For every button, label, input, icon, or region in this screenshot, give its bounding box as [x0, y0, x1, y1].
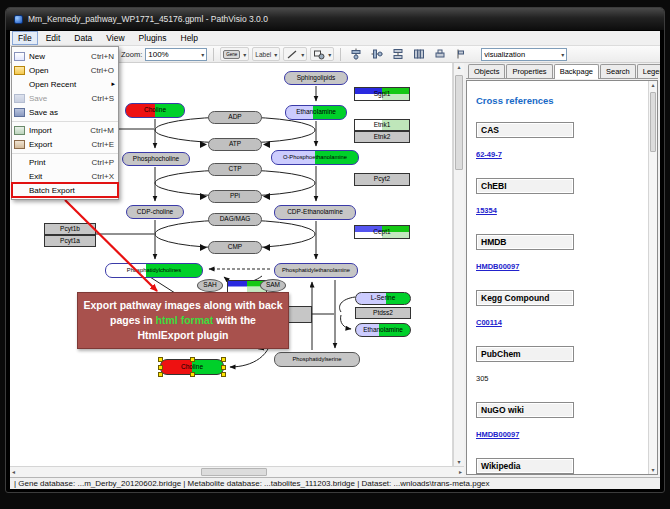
save-as-icon [14, 108, 25, 117]
visualization-value: visualization [484, 50, 525, 59]
file-menu-item-open[interactable]: Open Ctrl+O [12, 63, 118, 77]
scroll-left-icon[interactable]: ◂ [10, 468, 17, 476]
file-menu-item-save-as[interactable]: Save as [12, 105, 118, 119]
gene-node-icon: Gene [223, 50, 240, 59]
xref-source-header: PubChem [476, 346, 574, 362]
chevron-down-icon: ▾ [274, 51, 277, 58]
xref-value-link[interactable]: HMDB00097 [476, 262, 519, 271]
xref-section-hmdb: HMDB HMDB00097 [476, 234, 641, 273]
tab-legend[interactable]: Legend [637, 64, 660, 78]
file-menu-item-print[interactable]: Print Ctrl+P [12, 155, 118, 169]
side-panel-tabs: ObjectsPropertiesBackpageSearchLegend [466, 64, 658, 79]
scroll-down-icon[interactable]: ▾ [455, 458, 462, 466]
xref-value-link[interactable]: 15354 [476, 206, 497, 215]
menu-help[interactable]: Help [175, 31, 204, 45]
xref-value-link[interactable]: 62-49-7 [476, 150, 502, 159]
toolbar-separator [340, 48, 341, 61]
align-center-y-button[interactable] [368, 47, 386, 61]
panel-scroll-thumb[interactable] [650, 92, 656, 152]
window-client-area: FileEditDataViewPluginsHelp Zoom: 100% ▾… [10, 31, 660, 489]
xref-source-header: NuGO wiki [476, 402, 574, 418]
app-window: Mm_Kennedy_pathway_WP1771_45176.gpml - P… [5, 7, 665, 493]
chevron-down-icon: ▾ [328, 51, 331, 58]
menu-edit[interactable]: Edit [40, 31, 67, 45]
window-title: Mm_Kennedy_pathway_WP1771_45176.gpml - P… [28, 14, 268, 24]
menu-data[interactable]: Data [68, 31, 98, 45]
file-menu-item-export[interactable]: Export Ctrl+E [12, 137, 118, 151]
common-size-button[interactable] [431, 47, 449, 61]
file-menu-item-import[interactable]: Import Ctrl+M [12, 123, 118, 137]
status-bar: | Gene database: ...m_Derby_20120602.bri… [10, 477, 660, 489]
file-menu-item-save[interactable]: Save Ctrl+S [12, 91, 118, 105]
label-tool[interactable]: Label ▾ [252, 47, 280, 61]
label-tool-text: Label [255, 51, 271, 58]
canvas-horizontal-scrollbar[interactable]: ◂ ▸ [10, 466, 464, 477]
stack-horizontal-icon [413, 48, 425, 60]
toolbar-separator [213, 48, 214, 61]
common-size-icon [434, 48, 446, 60]
file-menu-item-new[interactable]: New Ctrl+N [12, 49, 118, 63]
stack-vertical-button[interactable] [389, 47, 407, 61]
xref-section-cas: CAS 62-49-7 [476, 122, 641, 161]
xref-source-header: HMDB [476, 234, 574, 250]
xref-source-header: CAS [476, 122, 574, 138]
xref-source-header: Wikipedia [476, 458, 574, 474]
align-edge-button[interactable] [452, 47, 470, 61]
menu-file[interactable]: File [12, 31, 38, 45]
cross-references-heading: Cross references [476, 95, 641, 106]
xref-section-wikipedia: Wikipedia Choline [476, 458, 641, 475]
file-menu-item-batch-export[interactable]: Batch Export [12, 183, 118, 197]
menu-plugins[interactable]: Plugins [133, 31, 173, 45]
xref-section-chebi: ChEBI 15354 [476, 178, 641, 217]
panel-scrollbar[interactable]: ▴ ▾ [648, 81, 657, 474]
align-center-y-icon [371, 48, 383, 60]
zoom-label: Zoom: [121, 50, 142, 59]
gene-node-tool[interactable]: Gene ▾ [220, 47, 249, 61]
xref-section-nugo-wiki: NuGO wiki HMDB00097 [476, 402, 641, 441]
zoom-combobox[interactable]: 100% ▾ [145, 48, 207, 61]
scroll-up-icon[interactable]: ▴ [649, 81, 656, 89]
xref-source-header: Kegg Compound [476, 290, 574, 306]
zoom-value: 100% [148, 50, 168, 59]
shape-icon [313, 49, 325, 60]
align-edge-icon [455, 48, 467, 60]
xref-value-link[interactable]: 305 [476, 374, 489, 383]
chevron-down-icon: ▾ [561, 51, 564, 58]
backpage-panel: Cross references CAS 62-49-7 ChEBI 15354… [466, 80, 658, 475]
save-icon [14, 94, 25, 103]
line-tool[interactable]: ▾ [283, 47, 307, 61]
vertical-scroll-thumb[interactable] [455, 75, 463, 170]
tab-backpage[interactable]: Backpage [554, 64, 599, 79]
side-panel: ObjectsPropertiesBackpageSearchLegend Cr… [464, 63, 660, 477]
file-menu: New Ctrl+N Open Ctrl+O Open Recent Save … [11, 46, 119, 200]
stack-horizontal-button[interactable] [410, 47, 428, 61]
align-center-x-button[interactable] [347, 47, 365, 61]
xref-source-header: ChEBI [476, 178, 574, 194]
align-center-x-icon [350, 48, 362, 60]
scroll-right-icon[interactable]: ▸ [457, 468, 464, 476]
shape-tool[interactable]: ▾ [310, 47, 334, 61]
scroll-up-icon[interactable]: ▴ [455, 63, 462, 71]
xref-value-link[interactable]: C00114 [476, 318, 502, 327]
menu-bar: FileEditDataViewPluginsHelp [10, 31, 660, 46]
xref-section-pubchem: PubChem 305 [476, 346, 641, 385]
file-menu-item-open-recent[interactable]: Open Recent [12, 77, 118, 91]
horizontal-scroll-thumb[interactable] [201, 468, 267, 476]
tab-properties[interactable]: Properties [506, 64, 552, 78]
tab-search[interactable]: Search [600, 64, 636, 78]
new-file-icon [14, 52, 25, 61]
scroll-down-icon[interactable]: ▾ [649, 466, 656, 474]
xref-value-link[interactable]: HMDB00097 [476, 430, 519, 439]
tab-objects[interactable]: Objects [468, 64, 505, 78]
export-icon [14, 140, 25, 149]
chevron-down-icon: ▾ [243, 51, 246, 58]
screenshot-stage: Mm_Kennedy_pathway_WP1771_45176.gpml - P… [0, 0, 670, 509]
canvas-vertical-scrollbar[interactable]: ▴ ▾ [453, 63, 464, 466]
menu-view[interactable]: View [100, 31, 130, 45]
import-icon [14, 126, 25, 135]
file-menu-item-exit[interactable]: Exit Ctrl+X [12, 169, 118, 183]
line-icon [286, 49, 298, 60]
visualization-combobox[interactable]: visualization ▾ [481, 48, 567, 61]
xref-section-kegg-compound: Kegg Compound C00114 [476, 290, 641, 329]
title-bar: Mm_Kennedy_pathway_WP1771_45176.gpml - P… [6, 8, 664, 30]
